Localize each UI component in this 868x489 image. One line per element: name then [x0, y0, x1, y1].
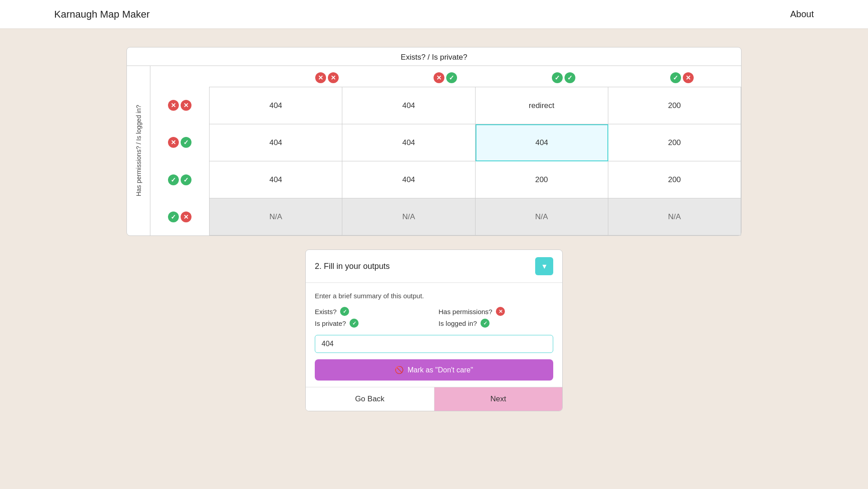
app-header: Karnaugh Map Maker About: [0, 0, 868, 29]
col1-icon2: ✓: [446, 72, 457, 83]
panel-title: 2. Fill in your outputs: [315, 262, 390, 271]
row1-icon2: ✓: [181, 137, 191, 148]
row2-icon1: ✓: [168, 174, 179, 185]
kmap-cell-0[interactable]: 404: [210, 87, 342, 124]
condition-exists-label: Exists?: [315, 308, 336, 315]
condition-is-private: Is private? ✓: [315, 319, 429, 328]
kmap-row-icon-0: ✕ ✕: [155, 87, 205, 124]
kmap-cell-3[interactable]: 200: [608, 87, 741, 124]
kmap-cell-12[interactable]: N/A: [210, 198, 342, 235]
condition-is-logged-in-icon: ✓: [481, 319, 490, 328]
dont-care-label: Mark as "Don't care": [407, 366, 473, 374]
row3-icon1: ✓: [168, 212, 179, 222]
panel-chevron-button[interactable]: ▾: [535, 257, 553, 275]
panel-body: Enter a brief summary of this output. Ex…: [306, 283, 562, 381]
kmap-row-icon-1: ✕ ✓: [155, 124, 205, 161]
col1-icon1: ✕: [434, 72, 444, 83]
kmap-cell-10[interactable]: 200: [476, 161, 608, 198]
condition-is-private-label: Is private?: [315, 320, 346, 327]
row1-icon1: ✕: [168, 137, 179, 148]
col0-icon1: ✕: [315, 72, 326, 83]
output-panel: 2. Fill in your outputs ▾ Enter a brief …: [305, 249, 563, 411]
kmap-grid-area: ✕ ✕ ✕ ✓ ✓ ✓ ✓ ✕: [150, 87, 741, 235]
panel-footer: Go Back Next: [306, 387, 562, 411]
go-back-button[interactable]: Go Back: [306, 387, 434, 411]
kmap-cell-2[interactable]: redirect: [476, 87, 608, 124]
row0-icon1: ✕: [168, 100, 179, 111]
kmap-container: Exists? / Is private? Has permissions? /…: [126, 47, 742, 236]
panel-header: 2. Fill in your outputs ▾: [306, 250, 562, 283]
dont-care-button[interactable]: 🚫 Mark as "Don't care": [315, 359, 553, 381]
col3-icon1: ✓: [670, 72, 681, 83]
kmap-col-icon-2: ✓ ✓: [504, 66, 623, 87]
next-button[interactable]: Next: [434, 387, 563, 411]
kmap-cell-9[interactable]: 404: [342, 161, 475, 198]
col3-icon2: ✕: [683, 72, 694, 83]
kmap-cell-11[interactable]: 200: [608, 161, 741, 198]
condition-exists-icon: ✓: [340, 307, 349, 316]
condition-is-logged-in: Is logged in? ✓: [439, 319, 553, 328]
row3-icon2: ✕: [181, 212, 191, 222]
kmap-cell-15[interactable]: N/A: [608, 198, 741, 235]
col2-icon1: ✓: [552, 72, 563, 83]
kmap-col-icon-3: ✓ ✕: [623, 66, 741, 87]
kmap-cell-8[interactable]: 404: [210, 161, 342, 198]
row0-icon2: ✕: [181, 100, 191, 111]
col2-icon2: ✓: [565, 72, 575, 83]
col0-icon2: ✕: [328, 72, 339, 83]
dont-care-icon: 🚫: [395, 366, 404, 374]
main-content: Exists? / Is private? Has permissions? /…: [0, 29, 868, 425]
kmap-right: ✕ ✕ ✕ ✓ ✓ ✓ ✓ ✕: [150, 66, 741, 235]
panel-description: Enter a brief summary of this output.: [315, 292, 553, 300]
kmap-cell-6[interactable]: 404: [476, 124, 608, 161]
kmap-row-icon-3: ✓ ✕: [155, 198, 205, 235]
kmap-grid: 404404redirect20040440440420040440420020…: [209, 87, 741, 235]
kmap-row-icons: ✕ ✕ ✕ ✓ ✓ ✓ ✓ ✕: [150, 87, 209, 235]
kmap-cell-7[interactable]: 200: [608, 124, 741, 161]
app-title: Karnaugh Map Maker: [54, 9, 150, 20]
condition-has-permissions-icon: ✕: [496, 307, 505, 316]
condition-is-logged-in-label: Is logged in?: [439, 320, 477, 327]
kmap-side-label-wrapper: Has permissions? / Is logged in?: [127, 66, 150, 235]
about-link[interactable]: About: [790, 9, 814, 19]
kmap-cell-13[interactable]: N/A: [342, 198, 475, 235]
kmap-top-label: Exists? / Is private?: [127, 47, 741, 66]
condition-has-permissions-label: Has permissions?: [439, 308, 492, 315]
kmap-row-icon-2: ✓ ✓: [155, 161, 205, 198]
kmap-cell-1[interactable]: 404: [342, 87, 475, 124]
condition-has-permissions: Has permissions? ✕: [439, 307, 553, 316]
kmap-body: Has permissions? / Is logged in? ✕ ✕ ✕ ✓: [127, 66, 741, 235]
kmap-cell-4[interactable]: 404: [210, 124, 342, 161]
kmap-col-icon-1: ✕ ✓: [386, 66, 504, 87]
kmap-cell-5[interactable]: 404: [342, 124, 475, 161]
panel-conditions: Exists? ✓ Has permissions? ✕ Is private?…: [315, 307, 553, 328]
condition-is-private-icon: ✓: [350, 319, 359, 328]
chevron-down-icon: ▾: [542, 261, 546, 271]
kmap-col-icon-0: ✕ ✕: [268, 66, 386, 87]
kmap-side-label: Has permissions? / Is logged in?: [135, 105, 142, 196]
output-input[interactable]: [315, 335, 553, 353]
kmap-cell-14[interactable]: N/A: [476, 198, 608, 235]
kmap-col-icons-row: ✕ ✕ ✕ ✓ ✓ ✓ ✓ ✕: [150, 66, 741, 87]
condition-exists: Exists? ✓: [315, 307, 429, 316]
row2-icon2: ✓: [181, 174, 191, 185]
